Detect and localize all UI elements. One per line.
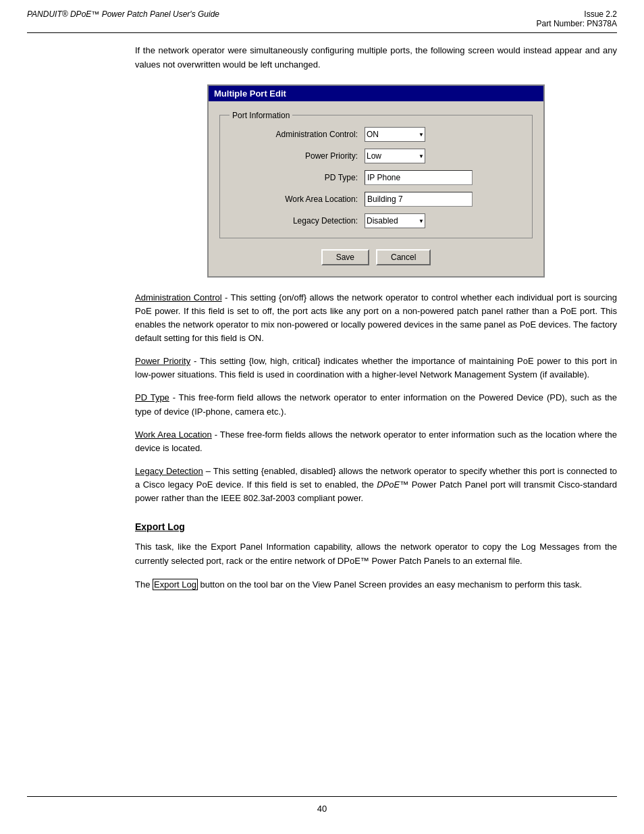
pd-type-term: PD Type <box>135 392 169 402</box>
pd-type-label: PD Type: <box>230 173 365 182</box>
legacy-detection-row: Legacy Detection: Disabled Enabled <box>230 213 522 228</box>
export-log-link[interactable]: Export Log <box>153 579 198 590</box>
fieldset-legend: Port Information <box>230 111 292 120</box>
legacy-detection-desc: Legacy Detection – This setting {enabled… <box>135 465 617 505</box>
power-priority-row: Power Priority: Low High Critical <box>230 149 522 163</box>
legacy-detection-desc-text: – This setting {enabled, disabled} allow… <box>135 466 617 503</box>
pd-type-input[interactable] <box>365 170 473 185</box>
intro-paragraph: If the network operator were simultaneou… <box>135 44 617 72</box>
pd-type-row: PD Type: <box>230 170 522 185</box>
work-area-desc: Work Area Location - These free-form fie… <box>135 428 617 455</box>
power-priority-label: Power Priority: <box>230 151 365 161</box>
pd-type-desc-text: - This free-form field allows the networ… <box>135 392 617 416</box>
page-footer: 40 <box>0 796 644 814</box>
footer-divider <box>27 796 617 797</box>
header-part-number: Part Number: PN378A <box>537 19 617 28</box>
admin-control-row: Administration Control: ON OFF <box>230 127 522 142</box>
header-left: PANDUIT® DPoE™ Power Patch Panel User's … <box>27 9 219 28</box>
export-log-para2-prefix: The <box>135 579 153 590</box>
legacy-detection-select[interactable]: Disabled Enabled <box>365 213 425 228</box>
admin-control-label: Administration Control: <box>230 130 365 139</box>
admin-control-term: Administration Control <box>135 292 222 303</box>
work-area-label: Work Area Location: <box>230 194 365 204</box>
legacy-detection-label: Legacy Detection: <box>230 216 365 226</box>
legacy-detection-term: Legacy Detection <box>135 466 203 476</box>
page-number: 40 <box>0 804 644 814</box>
page: PANDUIT® DPoE™ Power Patch Panel User's … <box>0 0 644 834</box>
power-priority-select[interactable]: Low High Critical <box>365 149 425 163</box>
work-area-input[interactable] <box>365 192 473 207</box>
header-issue: Issue 2.2 <box>537 9 617 19</box>
admin-control-select-wrapper[interactable]: ON OFF <box>365 127 425 142</box>
admin-control-desc: Administration Control - This setting {o… <box>135 291 617 346</box>
work-area-row: Work Area Location: <box>230 192 522 207</box>
export-log-heading: Export Log <box>135 521 617 532</box>
export-log-para2: The Export Log button on the tool bar on… <box>135 578 617 592</box>
main-content: If the network operator were simultaneou… <box>0 44 644 592</box>
page-header: PANDUIT® DPoE™ Power Patch Panel User's … <box>0 0 644 32</box>
work-area-term: Work Area Location <box>135 429 212 440</box>
legacy-detection-select-wrapper[interactable]: Disabled Enabled <box>365 213 425 228</box>
header-divider <box>27 32 617 33</box>
header-right: Issue 2.2 Part Number: PN378A <box>537 9 617 28</box>
save-button[interactable]: Save <box>321 249 369 265</box>
dialog-buttons: Save Cancel <box>219 249 533 265</box>
dialog-body: Port Information Administration Control:… <box>209 101 543 276</box>
power-priority-desc: Power Priority - This setting {low, high… <box>135 355 617 382</box>
export-log-para2-suffix: button on the tool bar on the View Panel… <box>198 579 582 590</box>
admin-control-select[interactable]: ON OFF <box>365 127 425 142</box>
power-priority-select-wrapper[interactable]: Low High Critical <box>365 149 425 163</box>
multiple-port-edit-dialog: Multiple Port Edit Port Information Admi… <box>207 84 545 278</box>
pd-type-desc: PD Type - This free-form field allows th… <box>135 391 617 418</box>
dialog-titlebar: Multiple Port Edit <box>209 86 543 101</box>
cancel-button[interactable]: Cancel <box>376 249 431 265</box>
power-priority-term: Power Priority <box>135 356 190 366</box>
power-priority-desc-text: - This setting {low, high, critical} ind… <box>135 356 617 380</box>
export-log-para1: This task, like the Export Panel Informa… <box>135 540 617 569</box>
port-information-group: Port Information Administration Control:… <box>219 111 533 238</box>
